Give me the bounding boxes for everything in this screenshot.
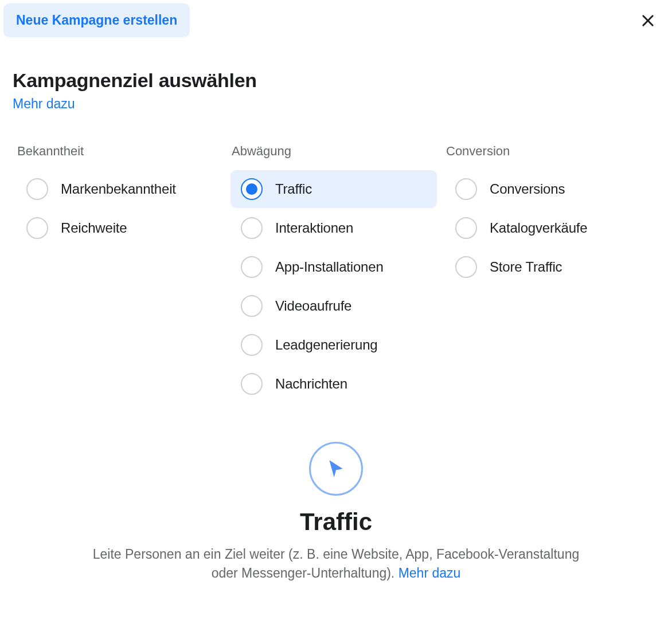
column-consideration: Abwägung Traffic Interaktionen App-Insta… bbox=[230, 144, 445, 404]
column-header-awareness: Bekanntheit bbox=[16, 144, 222, 159]
radio-icon bbox=[455, 256, 477, 278]
objective-columns: Bekanntheit Markenbekanntheit Reichweite… bbox=[0, 112, 672, 404]
option-label: Nachrichten bbox=[275, 376, 347, 392]
column-conversion: Conversion Conversions Katalogverkäufe S… bbox=[445, 144, 659, 404]
detail-title: Traffic bbox=[0, 508, 672, 536]
dialog-header: Neue Kampagne erstellen bbox=[0, 0, 672, 41]
radio-icon bbox=[241, 295, 263, 317]
option-videoaufrufe[interactable]: Videoaufrufe bbox=[230, 287, 437, 325]
radio-icon bbox=[241, 217, 263, 239]
column-header-consideration: Abwägung bbox=[230, 144, 437, 159]
option-app-installationen[interactable]: App-Installationen bbox=[230, 248, 437, 286]
option-markenbekanntheit[interactable]: Markenbekanntheit bbox=[16, 170, 222, 208]
objective-detail: Traffic Leite Personen an ein Ziel weite… bbox=[0, 404, 672, 583]
option-leadgenerierung[interactable]: Leadgenerierung bbox=[230, 326, 437, 364]
option-label: Katalogverkäufe bbox=[490, 220, 587, 236]
radio-icon bbox=[455, 217, 477, 239]
option-label: Store Traffic bbox=[490, 259, 562, 275]
radio-icon bbox=[26, 217, 48, 239]
option-katalogverkaeufe[interactable]: Katalogverkäufe bbox=[445, 209, 651, 247]
option-conversions[interactable]: Conversions bbox=[445, 170, 651, 208]
radio-icon bbox=[241, 256, 263, 278]
radio-icon bbox=[241, 334, 263, 356]
option-traffic[interactable]: Traffic bbox=[230, 170, 437, 208]
radio-icon bbox=[455, 178, 477, 200]
option-label: Markenbekanntheit bbox=[61, 181, 176, 197]
title-block: Kampagnenziel auswählen Mehr dazu bbox=[0, 41, 672, 112]
cursor-icon bbox=[325, 457, 347, 480]
close-button[interactable] bbox=[635, 8, 661, 33]
option-label: Videoaufrufe bbox=[275, 298, 351, 314]
option-reichweite[interactable]: Reichweite bbox=[16, 209, 222, 247]
learn-more-link[interactable]: Mehr dazu bbox=[13, 96, 75, 112]
option-store-traffic[interactable]: Store Traffic bbox=[445, 248, 651, 286]
radio-icon bbox=[26, 178, 48, 200]
radio-icon bbox=[241, 373, 263, 395]
option-label: App-Installationen bbox=[275, 259, 384, 275]
new-campaign-pill[interactable]: Neue Kampagne erstellen bbox=[3, 3, 190, 37]
detail-desc-text: Leite Personen an ein Ziel weiter (z. B.… bbox=[93, 547, 580, 580]
detail-icon-circle bbox=[309, 442, 363, 496]
close-icon bbox=[640, 13, 656, 29]
detail-learn-more-link[interactable]: Mehr dazu bbox=[398, 566, 461, 580]
detail-description: Leite Personen an ein Ziel weiter (z. B.… bbox=[87, 545, 585, 583]
option-label: Leadgenerierung bbox=[275, 337, 378, 353]
column-header-conversion: Conversion bbox=[445, 144, 651, 159]
radio-icon bbox=[241, 178, 263, 200]
option-label: Traffic bbox=[275, 181, 312, 197]
option-label: Conversions bbox=[490, 181, 565, 197]
option-label: Interaktionen bbox=[275, 220, 353, 236]
page-title: Kampagnenziel auswählen bbox=[13, 69, 672, 92]
option-label: Reichweite bbox=[61, 220, 127, 236]
column-awareness: Bekanntheit Markenbekanntheit Reichweite bbox=[16, 144, 230, 404]
option-interaktionen[interactable]: Interaktionen bbox=[230, 209, 437, 247]
option-nachrichten[interactable]: Nachrichten bbox=[230, 365, 437, 403]
